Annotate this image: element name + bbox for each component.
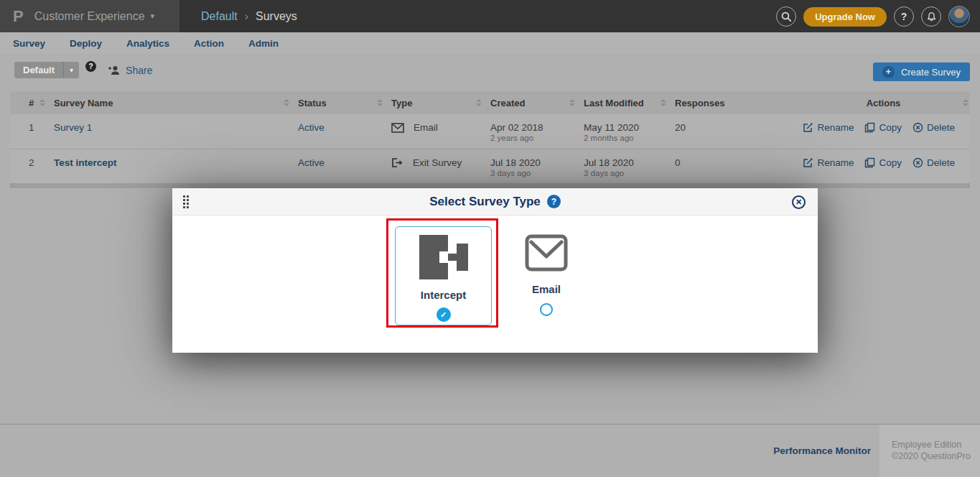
breadcrumb: Default › Surveys <box>201 0 297 32</box>
copy-icon <box>864 157 875 168</box>
chevron-down-icon: ▾ <box>151 11 155 21</box>
rename-icon <box>803 122 813 133</box>
delete-icon <box>913 122 923 133</box>
app-root: P Customer Experience ▾ Default › Survey… <box>0 0 980 477</box>
sort-icon[interactable] <box>661 99 666 106</box>
survey-name-link[interactable]: Test intercept <box>54 157 117 168</box>
col-header-created[interactable]: Created <box>490 98 584 108</box>
table-footer-band <box>10 183 970 188</box>
email-icon <box>525 234 568 273</box>
upgrade-now-button[interactable]: Upgrade Now <box>803 7 887 27</box>
sort-icon[interactable] <box>284 99 289 106</box>
workspace-label: Customer Experience <box>34 10 145 23</box>
select-survey-type-modal: Select Survey Type ? ✕ Intercept ✓ Email <box>172 188 818 353</box>
survey-name-link[interactable]: Survey 1 <box>54 122 92 133</box>
edition-info: Employee Edition ©2020 QuestionPro <box>892 439 971 462</box>
nav-item-action[interactable]: Action <box>194 38 224 49</box>
main-nav: Survey Deploy Analytics Action Admin <box>0 32 980 54</box>
col-header-responses[interactable]: Responses <box>675 98 797 108</box>
bell-icon <box>926 11 937 22</box>
copy-button[interactable]: Copy <box>864 122 902 133</box>
sort-icon[interactable] <box>963 99 969 106</box>
sort-icon[interactable] <box>476 99 482 106</box>
breadcrumb-current: Surveys <box>256 10 297 23</box>
exit-survey-icon <box>391 157 403 168</box>
radio-selected-icon[interactable]: ✓ <box>437 307 451 322</box>
type-label: Email <box>414 122 438 133</box>
rename-icon <box>803 157 813 168</box>
created-date: Apr 02 2018 <box>490 122 584 133</box>
search-button[interactable] <box>776 6 796 27</box>
row-index: 1 <box>10 114 54 149</box>
created-ago: 3 days ago <box>490 168 584 178</box>
sort-icon[interactable] <box>39 99 45 106</box>
plus-icon: + <box>882 66 895 78</box>
close-icon[interactable]: ✕ <box>792 195 806 209</box>
sort-icon[interactable] <box>377 99 383 106</box>
col-header-name[interactable]: Survey Name <box>54 98 298 108</box>
create-survey-button[interactable]: + Create Survey <box>873 62 970 81</box>
rename-button[interactable]: Rename <box>803 157 854 168</box>
nav-item-admin[interactable]: Admin <box>248 38 279 49</box>
share-label: Share <box>126 65 152 76</box>
edition-name: Employee Edition <box>892 439 971 450</box>
share-button[interactable]: Share <box>108 65 152 76</box>
copy-icon <box>864 122 875 133</box>
user-avatar[interactable] <box>948 6 970 27</box>
modified-ago: 3 days ago <box>584 168 675 178</box>
table-row: 2 Test intercept Active Exit Survey Jul … <box>10 149 970 183</box>
col-header-type[interactable]: Type <box>391 98 490 108</box>
col-header-modified[interactable]: Last Modified <box>584 98 675 108</box>
modal-help-icon[interactable]: ? <box>547 195 561 208</box>
modified-date: Jul 18 2020 <box>584 157 675 168</box>
col-header-actions[interactable]: Actions <box>797 98 970 108</box>
top-bar: P Customer Experience ▾ Default › Survey… <box>0 0 980 32</box>
breadcrumb-separator: › <box>245 10 248 23</box>
responses-count: 0 <box>675 149 797 183</box>
email-icon <box>391 123 404 133</box>
delete-button[interactable]: Delete <box>913 122 955 133</box>
copy-button[interactable]: Copy <box>864 157 902 168</box>
copyright: ©2020 QuestionPro <box>892 450 971 462</box>
folder-help-icon[interactable]: ? <box>85 61 96 72</box>
nav-item-deploy[interactable]: Deploy <box>70 38 102 49</box>
breadcrumb-folder[interactable]: Default <box>201 10 238 23</box>
add-user-icon <box>108 65 121 76</box>
modified-ago: 2 months ago <box>584 133 675 143</box>
row-index: 2 <box>10 149 54 183</box>
responses-count: 20 <box>675 114 797 149</box>
option-email[interactable]: Email <box>507 226 586 316</box>
radio-unselected-icon[interactable] <box>540 303 553 316</box>
modal-header: Select Survey Type ? ✕ <box>172 188 818 216</box>
modal-body: Intercept ✓ Email <box>172 216 818 352</box>
intercept-icon <box>419 235 468 279</box>
table-header-row: # Survey Name Status Type Created Last M… <box>10 91 970 114</box>
col-header-status[interactable]: Status <box>298 98 391 108</box>
option-intercept-label: Intercept <box>396 289 491 301</box>
create-survey-label: Create Survey <box>901 67 961 78</box>
questionpro-logo: P <box>13 7 24 26</box>
performance-monitor-link[interactable]: Performance Monitor <box>773 445 871 456</box>
delete-button[interactable]: Delete <box>913 157 955 168</box>
nav-item-survey[interactable]: Survey <box>13 38 45 49</box>
drag-handle-icon[interactable] <box>183 195 189 208</box>
surveys-table: # Survey Name Status Type Created Last M… <box>10 91 970 188</box>
delete-icon <box>913 157 923 168</box>
created-ago: 2 years ago <box>490 133 584 143</box>
search-icon <box>781 11 792 22</box>
folder-select-label: Default <box>14 62 63 78</box>
toolbar: Default ▾ ? Share <box>14 61 152 79</box>
folder-select-button[interactable]: Default ▾ <box>14 62 79 78</box>
sort-icon[interactable] <box>569 99 575 106</box>
help-button[interactable]: ? <box>894 6 914 27</box>
option-intercept[interactable]: Intercept ✓ <box>395 226 492 325</box>
notifications-button[interactable] <box>921 6 941 27</box>
footer-divider <box>0 424 980 425</box>
created-date: Jul 18 2020 <box>490 157 584 168</box>
nav-item-analytics[interactable]: Analytics <box>126 38 169 49</box>
workspace-dropdown[interactable]: Customer Experience ▾ <box>34 10 154 23</box>
rename-button[interactable]: Rename <box>803 122 854 133</box>
col-header-index[interactable]: # <box>10 98 54 108</box>
topbar-actions: Upgrade Now ? <box>776 6 970 27</box>
chevron-down-icon[interactable]: ▾ <box>63 62 79 78</box>
